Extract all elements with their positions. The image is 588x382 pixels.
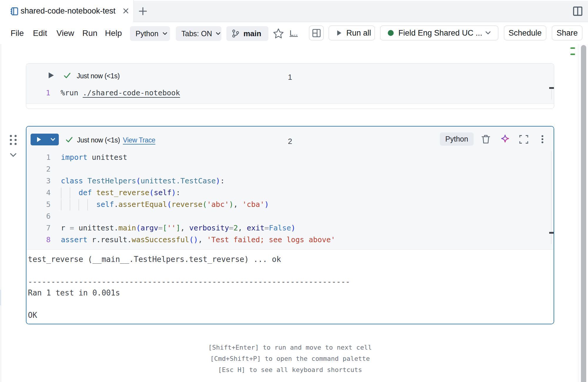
code-token-atom: False [269,224,291,232]
code-token-plain [61,200,96,209]
output-line [28,298,554,310]
line-number: 8 [26,234,51,246]
code-token-plain [61,188,78,197]
code-line[interactable]: 6 [26,210,554,222]
code-token-b1: ) [194,235,198,244]
code-token-plain: , [198,235,207,244]
notebook-toolbar: FileEditViewRunHelp Python Tabs: ON main [0,22,588,44]
cell-drag-handle[interactable] [9,134,17,145]
assistant-sparkle-icon[interactable] [500,134,510,144]
code-token-str: 'abc' [207,200,229,209]
hint-line: [Shift+Enter] to run and move to next ce… [26,342,554,353]
language-selector[interactable]: Python [130,26,170,41]
output-line: ----------------------------------------… [28,276,554,287]
cell-collapse-chevron-icon[interactable] [9,152,17,157]
code-token-fn: reverse [171,200,202,209]
menu-item-help[interactable]: Help [105,22,122,44]
code-token-num: 2 [233,224,238,232]
editor-scroll-track [551,151,552,244]
code-token-b2: [ [163,224,167,232]
code-token-fn: main [118,224,136,232]
code-token-fn: test_reverse [96,188,149,197]
code-token-cls: TestHelpers [87,177,136,185]
code-token-str: '' [167,224,176,232]
share-button[interactable]: Share [552,26,582,40]
code-token-plain: , [233,200,242,209]
cell-1-code[interactable]: 1%run ./shared-code-notebook [26,87,554,99]
last-edit-link[interactable]: L.. [290,22,298,44]
hint-line: [Cmd+Shift+P] to open the command palett… [26,353,554,364]
split-panel-icon[interactable] [573,6,583,16]
git-branch-selector[interactable]: main [226,26,268,41]
cell-language-chip[interactable]: Python [440,132,474,146]
layout-view-button[interactable] [309,26,324,40]
cell-2-code[interactable]: 1import unittest23class TestHelpers(unit… [26,152,554,246]
code-token-str: 'cba' [242,200,264,209]
menu-item-file[interactable]: File [11,22,24,44]
cluster-name-label: Field Eng Shared UC ... [398,29,482,38]
tabs-toggle[interactable]: Tabs: ON [176,26,221,41]
code-text: import unittest [61,152,127,163]
tab-active-notebook[interactable]: shared-code-notebook-test [0,0,134,22]
line-number: 1 [26,87,50,99]
page-scrollbar-track[interactable] [578,44,588,382]
menu-item-edit[interactable]: Edit [33,22,47,44]
schedule-button[interactable]: Schedule [504,26,546,40]
delete-cell-icon[interactable] [481,134,491,144]
code-text: r = unittest.main(argv=[''], verbosity=2… [61,222,295,234]
code-token-kw: assert [61,235,87,244]
code-token-plain: . [114,200,118,209]
code-token-str: 'Test failed; see logs above' [207,235,335,244]
code-token-plain: : [220,177,225,185]
code-text: self.assertEqual(reverse('abc'), 'cba') [61,199,269,210]
code-line[interactable]: 8assert r.result.wasSuccessful(), 'Test … [26,234,554,246]
code-line[interactable]: 5 self.assertEqual(reverse('abc'), 'cba'… [26,199,554,210]
code-token-plain: , [238,224,247,232]
code-token-navy: exit [247,224,264,232]
favorite-star-icon[interactable] [272,27,285,40]
code-line[interactable]: 7r = unittest.main(argv=[''], verbosity=… [26,222,554,234]
menu-item-view[interactable]: View [56,22,74,44]
code-line[interactable]: 3class TestHelpers(unittest.TestCase): [26,175,554,187]
output-line [28,265,554,276]
chevron-down-icon [485,31,491,35]
code-token-link[interactable]: ./shared-code-notebook [83,89,180,97]
code-line[interactable]: 1import unittest [26,152,554,163]
cell-kebab-menu-icon[interactable] [538,134,547,144]
page-scrollbar-thumb[interactable] [581,45,586,382]
output-line: test_reverse (__main__.TestHelpers.test_… [28,254,554,265]
notebook-icon [10,7,19,16]
notebook-cell-1[interactable]: Just now (<1s) 1 1%run ./shared-code-not… [26,63,554,109]
menu-item-run[interactable]: Run [82,22,97,44]
code-token-plain: , [180,224,189,232]
run-all-label: Run all [346,29,371,38]
code-token-op: = [158,224,163,232]
run-all-button[interactable]: Run all [329,26,375,40]
code-token-kw: import [61,153,87,162]
cluster-selector[interactable]: Field Eng Shared UC ... [380,26,498,40]
left-pane-divider [1,44,1,382]
code-token-navy: verbosity [189,224,229,232]
notebook-content: Just now (<1s) 1 1%run ./shared-code-not… [0,44,588,382]
code-line[interactable]: 2 [26,163,554,175]
cell-language-label: Python [445,135,468,143]
notebook-cell-2-focused[interactable]: Just now (<1s) View Trace 2 Python [26,126,554,324]
code-token-kw: self [96,200,114,209]
code-token-b1: ) [291,224,295,232]
cell-number: 2 [26,137,554,146]
chevron-down-icon [215,32,221,35]
new-tab-button[interactable] [138,6,148,16]
code-token-fn: assertEqual [118,200,167,209]
code-text: def test_reverse(self): [61,187,180,199]
minimap-cell-2-marker[interactable] [570,54,575,55]
code-line[interactable]: 1%run ./shared-code-notebook [26,87,554,99]
editor-scroll-track [551,89,552,99]
tab-bar: shared-code-notebook-test [0,0,588,22]
keyboard-hints: [Shift+Enter] to run and move to next ce… [26,342,554,376]
code-text: assert r.result.wasSuccessful(), 'Test f… [61,234,335,246]
maximize-cell-icon[interactable] [519,134,529,144]
code-token-plain: r [61,224,70,232]
code-line[interactable]: 4 def test_reverse(self): [26,187,554,199]
minimap-cell-1-marker[interactable] [570,47,575,49]
tab-close-icon[interactable] [121,6,130,15]
